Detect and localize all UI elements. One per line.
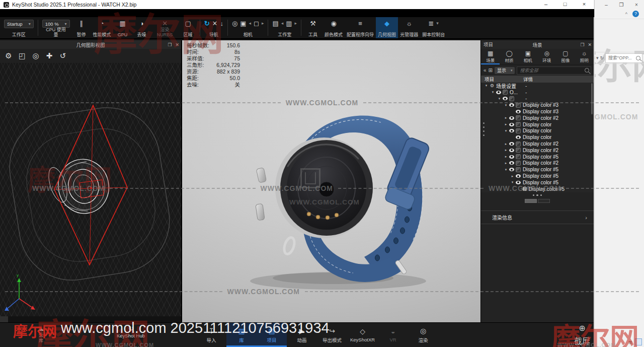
minimize-button[interactable]: – (536, 0, 555, 9)
cloud-library-button[interactable]: ☁ 云库 (37, 325, 44, 343)
cube-view-icon[interactable]: ◰ (16, 50, 28, 61)
table-row[interactable]: Display color #3 (481, 102, 594, 108)
table-row[interactable]: Display color #3 (481, 108, 594, 115)
expander-icon[interactable] (504, 116, 508, 120)
table-row[interactable]: 场景设置 - (481, 83, 594, 89)
visibility-eye-icon[interactable] (509, 129, 514, 132)
close-button[interactable]: × (575, 0, 594, 9)
mode-button[interactable]: ▶ 动画 (287, 323, 317, 347)
collapse-ribbon-icon[interactable]: ^ (625, 12, 627, 17)
studio-prev-icon[interactable]: ◂ (281, 19, 284, 28)
column-item[interactable]: 项目 (481, 76, 523, 83)
table-row[interactable]: Display color (481, 128, 594, 134)
navigation-group[interactable]: ↻ ✕ ↓ 导航 (202, 17, 225, 38)
watch-case[interactable] (256, 137, 373, 238)
studio-icon[interactable]: ▤ (272, 19, 278, 28)
close-button[interactable]: × (629, 0, 644, 10)
close-panel-icon[interactable]: ✕ (588, 42, 592, 47)
project-tab[interactable]: ▣ 相机 (519, 49, 537, 64)
visibility-eye-icon[interactable] (516, 110, 521, 113)
close-panel-icon[interactable]: ✕ (175, 42, 179, 47)
project-tab[interactable]: ▢ 图像 (556, 49, 575, 64)
table-row[interactable]: Display color #5 (481, 186, 594, 192)
scene-search-input[interactable] (519, 67, 585, 74)
dolly-icon[interactable]: ↓ (220, 19, 223, 28)
table-row[interactable]: Display color #2 (481, 141, 594, 147)
script-console-button[interactable]: ≣▾ 脚本控制台 (420, 17, 447, 38)
chevron-down-icon[interactable]: ▾ (596, 55, 599, 60)
geometry-viewport[interactable]: y (0, 63, 181, 316)
light-manager-button[interactable]: ☼ 光管理器 (398, 17, 420, 38)
orbit-icon[interactable]: ↻ (204, 19, 210, 28)
visibility-eye-icon[interactable] (503, 97, 508, 100)
workspace-selector[interactable]: Startup▾ 工作区 (2, 17, 36, 38)
camera-prev-icon[interactable]: ◂ (249, 19, 252, 28)
visibility-eye-icon[interactable] (496, 91, 501, 94)
visibility-eye-icon[interactable] (509, 161, 514, 165)
table-row[interactable]: Display color #2 (481, 115, 594, 121)
scene-search-box[interactable] (517, 66, 591, 75)
camera-group[interactable]: ◎ ▣ ◂ ◻ ▸ 相机 (230, 17, 266, 38)
dock-tab[interactable] (0, 316, 8, 322)
mode-button[interactable]: ↪ 导出模式 (317, 323, 347, 347)
settings-gear-icon[interactable]: ⚙ (3, 50, 15, 61)
panel-splitter-handle[interactable] (483, 122, 485, 136)
expander-icon[interactable] (504, 129, 508, 133)
mode-button[interactable]: ▥ 库 (226, 323, 257, 347)
pause-button[interactable]: ∥ 暂停 (72, 17, 91, 38)
dock-tab[interactable] (8, 316, 16, 322)
tree-view-icon[interactable]: ⊞ (489, 67, 493, 73)
region-button[interactable]: ▢ 区域 (179, 17, 198, 38)
tools-button[interactable]: ⚒ 工具 (303, 17, 323, 38)
explorer-search-box[interactable] (605, 53, 642, 63)
visibility-eye-icon[interactable] (516, 174, 521, 178)
realtime-render-viewport[interactable]: 每秒帧数: 150.6 时间: 8s 采样值: 75 三角形: 6,924,72… (182, 40, 480, 322)
column-detail[interactable]: 详情 (523, 76, 533, 83)
expander-icon[interactable] (504, 161, 508, 165)
studio-next-icon[interactable]: ▸ (295, 19, 297, 28)
table-row[interactable]: Display color (481, 121, 594, 128)
table-row[interactable]: Display color #5 (481, 179, 594, 186)
expander-icon[interactable] (504, 103, 508, 107)
performance-mode-button[interactable]: ◔ 性能模式 (91, 17, 113, 38)
visibility-eye-icon[interactable] (509, 103, 514, 107)
mode-button[interactable]: ◇ KeyShotXR (347, 323, 378, 347)
project-tab[interactable]: ▦ 场景 (481, 49, 500, 64)
project-tab[interactable]: ◯ 材质 (500, 49, 518, 64)
project-panel-header[interactable]: 项目 场景 ❐ ✕ (481, 40, 594, 49)
keyshot-hub-button[interactable]: ↻ KeyShot Hub (115, 325, 147, 339)
expander-icon[interactable] (504, 148, 508, 152)
visibility-eye-icon[interactable] (509, 116, 514, 120)
explorer-search-input[interactable] (607, 55, 635, 61)
mode-button[interactable]: ◎ 渲染 (408, 323, 438, 347)
geometry-panel-header[interactable]: 几何图形视图 ❐ ✕ (0, 40, 181, 49)
mode-button[interactable]: ◒ VR (378, 323, 408, 347)
table-row[interactable]: O... - (481, 89, 594, 96)
expander-icon[interactable] (504, 168, 508, 172)
configurator-wizard-button[interactable]: ≡ 配置程序向导 (345, 17, 376, 38)
camera-view-icon[interactable]: ◻ (254, 19, 259, 28)
studio-list-icon[interactable]: ▥ (286, 19, 292, 28)
expander-icon[interactable] (504, 155, 508, 159)
visibility-eye-icon[interactable] (509, 155, 514, 159)
refresh-icon[interactable]: ↻ (600, 55, 604, 60)
screenshot-button[interactable]: ⊕ 截屏 (570, 323, 594, 347)
table-row[interactable]: Display color (481, 134, 594, 141)
expander-icon[interactable] (504, 142, 508, 146)
toggle-button[interactable] (525, 199, 537, 203)
table-row[interactable]: Display color #2 (481, 160, 594, 167)
expander-icon[interactable] (510, 180, 515, 184)
expander-icon[interactable] (510, 174, 515, 178)
restore-button[interactable]: ❐ (614, 0, 629, 10)
visibility-eye-icon[interactable] (516, 181, 521, 184)
expander-icon[interactable] (491, 90, 495, 94)
visibility-eye-icon[interactable] (509, 149, 514, 152)
render-nurbs-button[interactable]: ✕ 渲染NURBS (151, 17, 179, 38)
tree-scrollbar[interactable] (591, 83, 593, 114)
thumbnail-view-icon[interactable] (635, 338, 642, 345)
table-row[interactable]: Display color #5 (481, 173, 594, 179)
pan-icon[interactable]: ✕ (212, 19, 218, 28)
expander-icon[interactable] (497, 97, 502, 101)
camera-lock-icon[interactable]: ▣ (240, 19, 246, 28)
display-filter-dropdown[interactable]: 显示 ▾ (495, 67, 515, 74)
